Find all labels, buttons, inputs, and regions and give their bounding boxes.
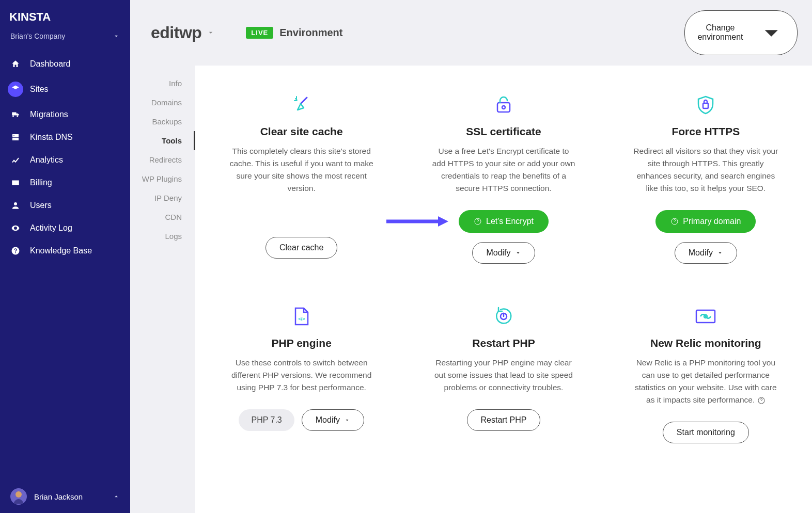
help-circle-icon [670,217,679,226]
kinsta-logo-icon: KINSTA [9,9,66,26]
card-title: Clear site cache [260,125,343,138]
avatar [10,488,27,505]
credit-card-icon [10,178,21,188]
svg-rect-3 [497,103,510,112]
layers-icon [10,84,21,94]
clear-cache-button[interactable]: Clear cache [266,237,337,259]
topbar: editwp LIVE Environment Change environme… [130,0,812,66]
chevron-down-icon [113,33,120,40]
nav-label: Analytics [30,155,63,165]
card-clear-cache: Clear site cache This completely clears … [216,93,387,264]
shield-lock-icon [695,93,716,116]
site-subnav: Info Domains Backups Tools Redirects WP … [130,66,195,514]
env-badge: LIVE [246,27,273,39]
change-environment-label: Change environment [697,23,743,42]
nav-billing[interactable]: Billing [0,171,130,194]
nav-label: Kinsta DNS [30,133,73,142]
subnav-ip-deny[interactable]: IP Deny [130,188,195,207]
nav-list: Dashboard Sites Migrations [0,51,130,262]
button-label: Let's Encrypt [486,217,534,226]
change-environment-button[interactable]: Change environment [684,10,798,55]
nav-users[interactable]: Users [0,194,130,217]
primary-domain-button[interactable]: Primary domain [655,210,756,233]
start-monitoring-button[interactable]: Start monitoring [663,422,749,443]
site-switcher[interactable]: editwp [151,23,215,42]
nav-label: Users [30,201,52,210]
card-new-relic: New Relic monitoring New Relic is a PHP … [620,305,791,443]
nav-activity[interactable]: Activity Log [0,217,130,239]
card-ssl: SSL certificate Use a free Let's Encrypt… [418,93,589,264]
nav-dashboard[interactable]: Dashboard [0,53,130,75]
nav-label: Sites [30,85,49,94]
eye-icon [10,223,21,233]
chevron-down-icon [207,28,215,37]
card-desc: This completely clears this site's store… [229,145,374,195]
nav-label: Billing [30,178,52,187]
site-title: editwp [151,23,201,42]
card-desc: New Relic is a PHP monitoring tool you c… [633,357,778,406]
card-title: Force HTTPS [672,125,740,138]
help-circle-icon[interactable] [757,396,766,405]
user-name: Brian Jackson [34,492,83,501]
monitoring-icon [694,305,717,328]
env-label: Environment [279,27,342,39]
card-force-https: Force HTTPS Redirect all visitors so tha… [620,93,791,264]
card-restart-php: Restart PHP Restarting your PHP engine m… [418,305,589,443]
annotation-arrow-icon [386,216,448,227]
button-label: Start monitoring [677,428,735,437]
nav-kb[interactable]: Knowledge Base [0,239,130,262]
main-sidebar: KINSTA Brian's Company Dashboard Sites [0,0,130,513]
php-version-pill: PHP 7.3 [239,409,294,431]
subnav-backups[interactable]: Backups [130,112,195,131]
card-desc: Restarting your PHP engine may clear out… [431,357,576,394]
subnav-tools[interactable]: Tools [130,131,195,150]
nav-migrations[interactable]: Migrations [0,103,130,126]
button-label: Modify [316,415,340,425]
https-modify-button[interactable]: Modify [675,242,737,264]
nav-dns[interactable]: Kinsta DNS [0,126,130,149]
svg-point-4 [502,106,505,109]
lets-encrypt-button[interactable]: Let's Encrypt [459,210,549,233]
logo[interactable]: KINSTA [0,0,130,29]
environment-indicator: LIVE Environment [246,27,342,39]
php-modify-button[interactable]: Modify [302,409,364,431]
card-title: New Relic monitoring [650,337,761,349]
user-menu[interactable]: Brian Jackson [0,480,130,513]
subnav-domains[interactable]: Domains [130,93,195,112]
chevron-up-icon [113,493,120,500]
active-nav-icon-halo [8,82,23,97]
button-label: Clear cache [279,243,323,252]
chevron-down-icon [344,417,350,423]
nav-label: Dashboard [30,59,70,69]
nav-label: Activity Log [30,223,72,233]
nav-label: Knowledge Base [30,246,92,255]
subnav-redirects[interactable]: Redirects [130,150,195,169]
svg-text:</>: </> [298,316,305,322]
chevron-down-icon [515,250,521,256]
ssl-lock-icon [492,93,515,116]
dns-icon [10,132,21,142]
house-icon [10,59,21,69]
nav-analytics[interactable]: Analytics [0,149,130,171]
subnav-cdn[interactable]: CDN [130,207,195,227]
php-file-icon: </> [292,305,311,328]
nav-label: Migrations [30,110,68,119]
subnav-wp-plugins[interactable]: WP Plugins [130,169,195,188]
card-title: Restart PHP [472,337,535,349]
subnav-logs[interactable]: Logs [130,227,195,246]
company-selector[interactable]: Brian's Company [0,29,130,51]
svg-text:KINSTA: KINSTA [9,10,51,23]
card-php-engine: </> PHP engine Use these controls to swi… [216,305,387,443]
button-label: Restart PHP [481,415,527,425]
nav-sites[interactable]: Sites [0,75,130,103]
ssl-modify-button[interactable]: Modify [472,242,535,264]
subnav-info[interactable]: Info [130,74,195,93]
help-circle-icon [474,217,482,226]
users-icon [10,200,21,211]
company-name: Brian's Company [10,32,65,40]
restart-php-button[interactable]: Restart PHP [467,409,541,431]
analytics-icon [10,155,21,165]
button-label: Modify [689,248,713,258]
truck-icon [10,109,21,120]
button-label: Primary domain [683,217,741,226]
